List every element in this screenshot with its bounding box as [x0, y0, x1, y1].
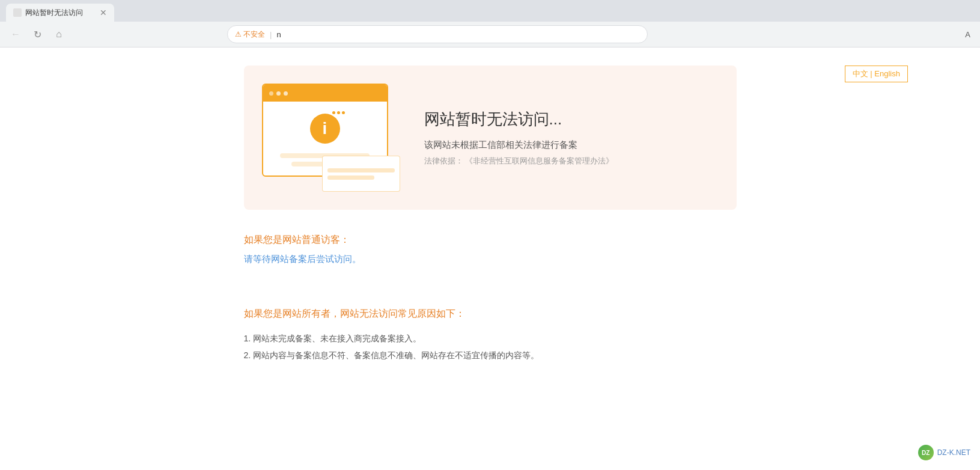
card-title: 网站暂时无法访问...: [424, 109, 713, 130]
back-button[interactable]: ←: [7, 26, 24, 43]
address-bar[interactable]: ⚠ 不安全 | n: [227, 25, 648, 43]
browser-chrome: 网站暂时无法访问 ✕ ← ↻ ⌂ ⚠ 不安全 | n A: [0, 0, 980, 47]
main-card: i 网: [244, 66, 737, 210]
url-text: n: [277, 30, 641, 39]
tab-title: 网站暂时无法访问: [25, 8, 96, 18]
active-tab[interactable]: 网站暂时无法访问 ✕: [6, 4, 114, 22]
illus-info-icon: i: [310, 114, 340, 144]
illus-dot-2: [276, 91, 281, 96]
illus-dot-c: [342, 111, 345, 114]
browser-tabs: 网站暂时无法访问 ✕: [0, 0, 980, 22]
illus-small-card: [322, 156, 400, 192]
illus-small-bar-1: [327, 168, 395, 172]
legal-link: 《非经营性互联网信息服务备案管理办法》: [465, 156, 613, 165]
reason-item-1: 网站未完成备案、未在接入商完成备案接入。: [244, 330, 737, 347]
illus-small-bar-2: [327, 175, 374, 180]
illus-dot-a: [332, 111, 335, 114]
owner-heading: 如果您是网站所有者，网站无法访问常见原因如下：: [244, 308, 737, 320]
tab-favicon: [13, 8, 22, 17]
legal-prefix: 法律依据：: [424, 156, 463, 165]
owner-section: 如果您是网站所有者，网站无法访问常见原因如下： 网站未完成备案、未在接入商完成备…: [244, 308, 737, 364]
browser-toolbar: ← ↻ ⌂ ⚠ 不安全 | n A: [0, 22, 980, 47]
illustration: i: [262, 84, 400, 192]
warning-icon: ⚠: [235, 30, 242, 38]
browser-actions: A: [963, 29, 973, 40]
security-warning: ⚠ 不安全: [235, 29, 265, 40]
lang-switcher[interactable]: 中文 | English: [845, 66, 908, 82]
address-separator: |: [270, 30, 272, 39]
watermark: DZ DZ-K.NET: [918, 445, 970, 460]
reload-button[interactable]: ↻: [29, 26, 46, 43]
illus-dot-3: [284, 91, 288, 96]
card-text: 网站暂时无法访问... 该网站未根据工信部相关法律进行备案 法律依据： 《非经营…: [424, 109, 713, 166]
illus-dot-1: [269, 91, 273, 96]
illus-browser-bar: [263, 85, 387, 102]
page-content: 中文 | English i: [0, 47, 980, 470]
card-legal: 法律依据： 《非经营性互联网信息服务备案管理办法》: [424, 156, 713, 166]
reason-list: 网站未完成备案、未在接入商完成备案接入。网站内容与备案信息不符、备案信息不准确、…: [244, 330, 737, 364]
visitor-body: 请等待网站备案后尝试访问。: [244, 254, 737, 265]
illus-info-dots: [332, 111, 345, 114]
watermark-logo: DZ: [918, 445, 934, 460]
watermark-site: DZ-K.NET: [937, 448, 970, 457]
visitor-section: 如果您是网站普通访客： 请等待网站备案后尝试访问。: [244, 234, 737, 283]
security-label: 不安全: [243, 29, 265, 40]
illus-dot-b: [337, 111, 340, 114]
font-size-button[interactable]: A: [963, 29, 973, 40]
card-subtitle: 该网站未根据工信部相关法律进行备案: [424, 139, 713, 151]
home-button[interactable]: ⌂: [50, 26, 67, 43]
tab-close-icon[interactable]: ✕: [100, 8, 107, 17]
visitor-heading: 如果您是网站普通访客：: [244, 234, 737, 246]
reason-item-2: 网站内容与备案信息不符、备案信息不准确、网站存在不适宜传播的内容等。: [244, 347, 737, 364]
